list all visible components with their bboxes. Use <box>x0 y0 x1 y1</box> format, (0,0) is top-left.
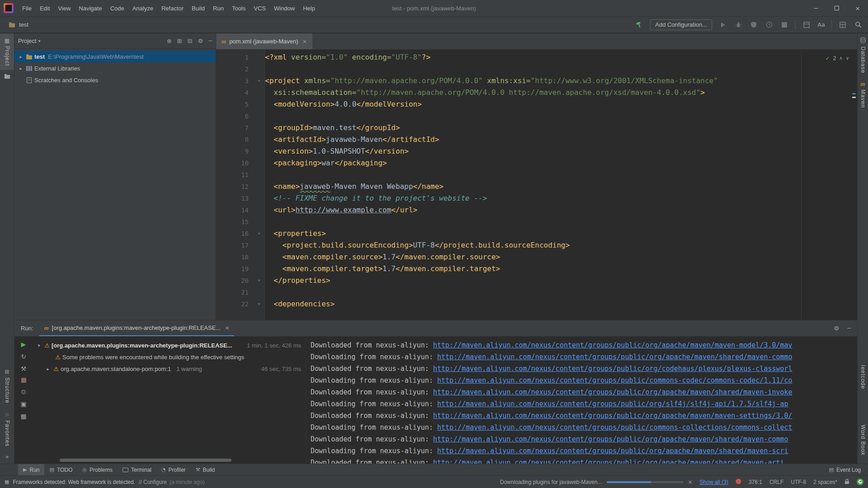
editor-tab-pom[interactable]: m pom.xml (javaweb-Maven) × <box>216 33 312 49</box>
run-console[interactable]: Downloaded from nexus-aliyun: http://mav… <box>306 337 857 464</box>
hide-panel-icon[interactable]: ─ <box>847 325 851 332</box>
tool-windows-icon[interactable]: ▦ <box>5 479 9 485</box>
tree-row-project-root[interactable]: ▸ test E:\Programing\Java\Web\Maven\test <box>14 51 216 62</box>
console-link[interactable]: http://maven.aliyun.com/nexus/content/gr… <box>437 423 793 432</box>
fold-icon[interactable]: ▾ <box>253 75 265 87</box>
collapse-all-icon[interactable]: ⊟ <box>188 38 193 44</box>
toolbar-item-todo[interactable]: ▤ TODO <box>44 464 77 475</box>
tab-close-icon[interactable]: × <box>225 324 230 331</box>
project-breadcrumb[interactable]: test <box>0 20 28 29</box>
camera-icon[interactable]: ▣ <box>20 401 26 407</box>
configure-link[interactable]: // Configure <box>139 479 167 485</box>
gear-icon[interactable]: ⚙ <box>198 38 203 44</box>
tool-tab-maven[interactable]: m Maven <box>858 77 868 112</box>
menu-run[interactable]: Run <box>209 5 228 12</box>
menu-vcs[interactable]: VCS <box>250 5 270 12</box>
project-panel-title[interactable]: Project <box>18 38 36 44</box>
more-tool-windows-icon[interactable]: » <box>5 453 9 460</box>
tool-tab-leetcode[interactable]: leetcode <box>858 361 868 393</box>
build-settings-icon[interactable]: ⚒ <box>21 366 27 372</box>
menu-window[interactable]: Window <box>270 5 299 12</box>
menu-refactor[interactable]: Refactor <box>157 5 188 12</box>
prev-problem-icon[interactable]: ∧ <box>839 52 842 64</box>
notifications-icon[interactable] <box>736 479 741 486</box>
console-link[interactable]: http://maven.aliyun.com/nexus/content/gr… <box>433 341 793 349</box>
console-link[interactable]: http://maven.aliyun.com/nexus/content/gr… <box>437 353 793 361</box>
fold-icon[interactable]: ▾ <box>253 228 265 239</box>
fold-icon[interactable]: ▾ <box>253 298 265 310</box>
run-tree-row[interactable]: ▸ ⚠ org.apache.maven:standalone-pom:pom:… <box>33 363 306 375</box>
console-link[interactable]: http://maven.aliyun.com/nexus/content/gr… <box>433 388 793 396</box>
menu-help[interactable]: Help <box>299 5 319 12</box>
file-encoding[interactable]: UTF-8 <box>791 479 806 485</box>
menu-view[interactable]: View <box>54 5 75 12</box>
console-link[interactable]: http://maven.aliyun.com/nexus/content/gr… <box>437 400 788 408</box>
line-separator[interactable]: CRLF <box>769 479 783 485</box>
tree-row-external-libraries[interactable]: ▸ External Libraries <box>14 62 216 74</box>
run-tree-row[interactable]: ▾ ⚠ [org.apache.maven.plugins:maven-arch… <box>33 339 306 351</box>
tool-tab-wordbook[interactable]: Word Book <box>858 421 868 459</box>
add-configuration-button[interactable]: Add Configuration... <box>650 19 712 30</box>
rerun-icon[interactable]: ▶ <box>21 341 26 347</box>
error-stripe-mark[interactable] <box>852 97 856 98</box>
run-tree-row[interactable]: ⚠ Some problems were encountered while b… <box>33 351 306 363</box>
inspection-widget[interactable]: ✓ 2 ∧ ∨ <box>826 52 849 64</box>
console-link[interactable]: http://maven.aliyun.com/nexus/content/gr… <box>433 365 793 373</box>
console-link[interactable]: http://maven.aliyun.com/nexus/content/gr… <box>433 459 784 464</box>
tab-close-icon[interactable]: × <box>302 38 307 45</box>
menu-edit[interactable]: Edit <box>36 5 54 12</box>
stop-icon[interactable] <box>780 20 789 29</box>
tree-row-scratches[interactable]: Scratches and Consoles <box>14 74 216 86</box>
console-link[interactable]: http://maven.aliyun.com/nexus/content/gr… <box>433 412 793 420</box>
menu-code[interactable]: Code <box>106 5 128 12</box>
toolbar-item-run[interactable]: ▶ Run <box>18 464 44 475</box>
layout-grid-icon[interactable] <box>838 20 847 29</box>
lock-icon[interactable] <box>844 479 849 486</box>
maximize-button[interactable] <box>826 0 847 16</box>
console-link[interactable]: http://maven.aliyun.com/nexus/content/gr… <box>437 447 788 455</box>
menu-analyze[interactable]: Analyze <box>128 5 157 12</box>
expand-all-icon[interactable]: ⊞ <box>177 38 182 44</box>
console-link[interactable]: http://maven.aliyun.com/nexus/content/gr… <box>437 376 793 385</box>
grammar-plugin-icon[interactable]: G <box>857 479 863 485</box>
menu-file[interactable]: File <box>18 5 36 12</box>
close-button[interactable]: × <box>847 0 868 16</box>
indent-style[interactable]: 2 spaces* <box>813 479 837 485</box>
fold-icon[interactable]: ▾ <box>253 275 265 286</box>
stop-icon[interactable] <box>21 378 26 383</box>
horizontal-scrollbar[interactable] <box>60 459 231 462</box>
tree-chevron-icon[interactable]: ▾ <box>35 343 42 348</box>
tool-tab-project[interactable]: ▦ Project <box>0 33 14 70</box>
cancel-progress-icon[interactable]: × <box>688 479 693 485</box>
search-icon[interactable] <box>854 20 863 29</box>
chevron-down-icon[interactable]: ▾ <box>38 38 40 43</box>
layout-icon[interactable]: ▦ <box>20 413 26 419</box>
console-link[interactable]: http://maven.aliyun.com/nexus/content/gr… <box>433 435 788 443</box>
toolbar-item-profiler[interactable]: ◔ Profiler <box>156 464 191 475</box>
tool-tab-favorites[interactable]: ☆ Favorites <box>0 408 14 450</box>
tree-chevron-icon[interactable]: ▸ <box>17 54 24 59</box>
rerun-failed-icon[interactable]: ↻ <box>21 353 26 360</box>
locate-icon[interactable]: ⊕ <box>167 38 172 44</box>
gear-icon[interactable]: ⚙ <box>834 325 840 332</box>
tree-chevron-icon[interactable]: ▸ <box>44 366 52 371</box>
folder-icon[interactable] <box>4 74 10 80</box>
menu-tools[interactable]: Tools <box>228 5 250 12</box>
hide-panel-icon[interactable]: ─ <box>208 38 212 44</box>
error-stripe-mark[interactable] <box>852 93 856 94</box>
debug-bug-icon[interactable] <box>734 20 743 29</box>
next-problem-icon[interactable]: ∨ <box>846 52 849 64</box>
minimize-button[interactable]: ─ <box>806 0 826 16</box>
translate-icon[interactable]: Aa <box>817 21 825 28</box>
run-tab[interactable]: m [org.apache.maven.plugins:maven-archet… <box>39 320 234 336</box>
build-hammer-icon[interactable] <box>635 20 644 29</box>
profiler-clock-icon[interactable] <box>764 20 774 29</box>
menu-build[interactable]: Build <box>188 5 209 12</box>
target-icon[interactable]: ⊙ <box>21 389 26 395</box>
code-editor[interactable]: 1<?xml version="1.0" encoding="UTF-8"?>2… <box>216 50 857 320</box>
tool-tab-structure[interactable]: ⊞ Structure <box>0 365 14 408</box>
caret-position[interactable]: 376:1 <box>749 479 762 485</box>
project-structure-icon[interactable] <box>802 20 811 29</box>
toolbar-item-event-log[interactable]: ▤ Event Log <box>829 464 868 475</box>
tree-chevron-icon[interactable]: ▸ <box>17 66 24 71</box>
